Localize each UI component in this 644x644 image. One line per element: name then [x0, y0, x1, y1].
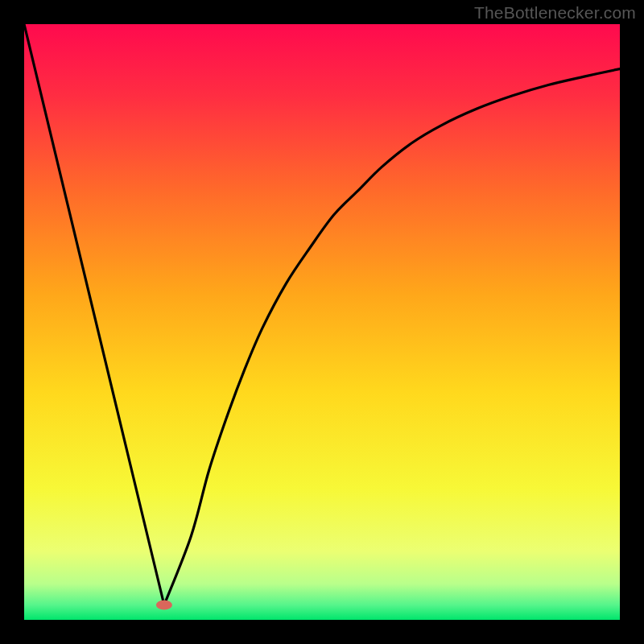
watermark-text: TheBottlenecker.com [474, 3, 636, 23]
chart-svg [24, 24, 620, 620]
plot-area [24, 24, 620, 620]
optimum-marker [156, 601, 172, 610]
chart-frame: TheBottlenecker.com [0, 0, 644, 644]
gradient-background [24, 24, 620, 620]
